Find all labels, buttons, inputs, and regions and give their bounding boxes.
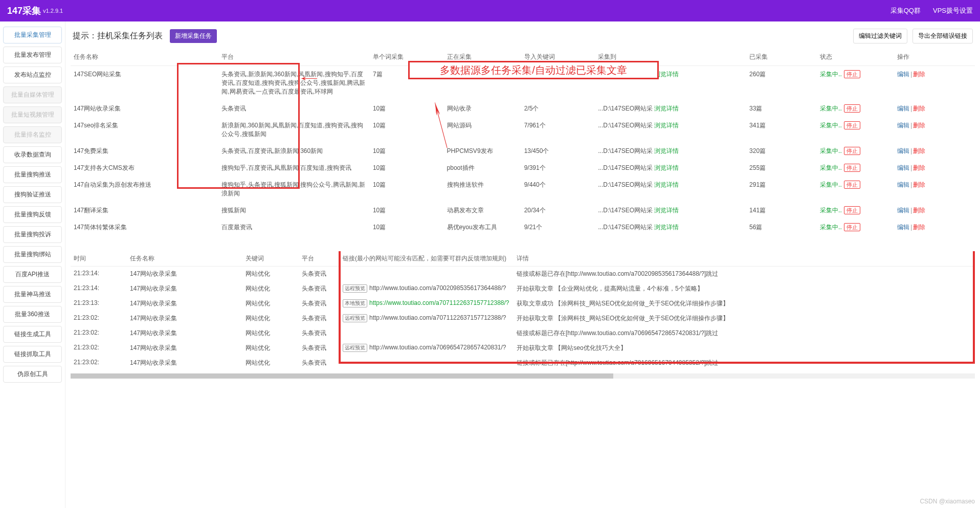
cell-to: ...D:\147SEO网站采 浏览详情 [595, 100, 746, 117]
app-title: 147采集 [7, 5, 41, 17]
log-kw: 网站优化 [242, 356, 299, 370]
sidebar-item-7[interactable]: 批量搜狗推送 [3, 166, 62, 183]
cell-platform: 新浪新闻,360新闻,凤凰新闻,百度知道,搜狗资讯,搜狗公众号,搜狐新闻 [218, 117, 370, 143]
new-task-button[interactable]: 新增采集任务 [170, 29, 217, 43]
sidebar-item-6[interactable]: 收录数据查询 [3, 146, 62, 163]
browse-link[interactable]: 浏览详情 [654, 164, 679, 171]
delete-link[interactable]: 删除 [913, 71, 925, 78]
vps-settings-link[interactable]: VPS拨号设置 [933, 6, 973, 15]
edit-link[interactable]: 编辑 [897, 147, 909, 154]
app-version: v1.2.9.1 [43, 8, 63, 14]
log-url[interactable]: http://www.toutiao.com/a7069654728657420… [369, 344, 506, 351]
delete-link[interactable]: 删除 [913, 224, 925, 231]
delete-link[interactable]: 删除 [913, 164, 925, 171]
col-op: 操作 [894, 49, 975, 66]
log-link: 远程预览http://www.toutiao.com/a707112263715… [340, 311, 514, 326]
stop-button[interactable]: 停止 [844, 147, 860, 155]
lcol-kw: 关键词 [242, 251, 299, 267]
edit-link[interactable]: 编辑 [897, 105, 909, 112]
sidebar-item-14[interactable]: 批量360推送 [3, 306, 62, 323]
log-detail: 开始获取文章 【网站seo优化技巧大全】 [514, 341, 975, 356]
browse-link[interactable]: 浏览详情 [654, 181, 679, 188]
log-detail: 获取文章成功 【涂网科技_网站SEO优化如何做_关于SEO优化详细操作步骤】 [514, 296, 975, 311]
log-url[interactable]: https://www.toutiao.com/a707112263715771… [369, 299, 509, 306]
browse-link[interactable]: 浏览详情 [654, 105, 679, 112]
sidebar-item-12[interactable]: 百度API推送 [3, 266, 62, 283]
col-kw: 导入关键词 [521, 49, 595, 66]
delete-link[interactable]: 删除 [913, 181, 925, 188]
cell-kw: 7/968个 [521, 66, 595, 101]
delete-link[interactable]: 删除 [913, 105, 925, 112]
delete-link[interactable]: 删除 [913, 207, 925, 214]
log-kw: 网站优化 [242, 281, 299, 296]
cell-platform: 头条资讯,百度资讯,新浪新闻,360新闻 [218, 143, 370, 160]
horizontal-scrollbar[interactable] [71, 373, 975, 379]
sidebar-item-10[interactable]: 批量搜狗投诉 [3, 226, 62, 243]
edit-link[interactable]: 编辑 [897, 224, 909, 231]
stop-button[interactable]: 停止 [844, 70, 860, 78]
delete-link[interactable]: 删除 [913, 147, 925, 154]
cell-status: 采集中..停止 [817, 117, 894, 143]
sidebar-item-16[interactable]: 链接抓取工具 [3, 346, 62, 363]
log-url[interactable]: http://www.toutiao.com/a7071122637157712… [369, 314, 506, 321]
cell-status: 采集中..停止 [817, 160, 894, 176]
sidebar-item-2[interactable]: 发布站点监控 [3, 67, 62, 83]
sidebar-item-8[interactable]: 搜狗验证推送 [3, 186, 62, 203]
cell-platform: 头条资讯 [218, 100, 370, 117]
browse-link[interactable]: 浏览详情 [654, 207, 679, 214]
cell-doing: 动易发布文章 [444, 202, 521, 219]
log-row: 21:23:14:147网站收录采集网站优化头条资讯远程预览http://www… [71, 281, 975, 296]
log-plat: 头条资讯 [299, 311, 340, 326]
browse-link[interactable]: 浏览详情 [654, 224, 679, 231]
cell-platform: 搜狐新闻 [218, 202, 370, 219]
cell-kw: 20/34个 [521, 202, 595, 219]
col-count: 已采集 [746, 49, 817, 66]
local-badge: 本地预览 [343, 299, 367, 307]
log-row: 21:23:13:147网站收录采集网站优化头条资讯本地预览https://ww… [71, 296, 975, 311]
sidebar-item-15[interactable]: 链接生成工具 [3, 326, 62, 343]
cell-kw: 13/450个 [521, 143, 595, 160]
cell-count: 141篇 [746, 202, 817, 219]
stop-button[interactable]: 停止 [844, 223, 860, 231]
log-time: 21:23:02: [71, 326, 127, 341]
edit-link[interactable]: 编辑 [897, 181, 909, 188]
stop-button[interactable]: 停止 [844, 206, 860, 214]
sidebar-item-1[interactable]: 批量发布管理 [3, 47, 62, 63]
edit-link[interactable]: 编辑 [897, 122, 909, 129]
stop-button[interactable]: 停止 [844, 121, 860, 129]
status-text: 采集中.. [820, 224, 842, 231]
cell-op: 编辑|删除 [894, 66, 975, 101]
browse-link[interactable]: 浏览详情 [654, 147, 679, 154]
log-link [340, 356, 514, 370]
sidebar-item-0[interactable]: 批量采集管理 [3, 27, 62, 43]
cell-op: 编辑|删除 [894, 176, 975, 202]
cell-status: 采集中..停止 [817, 202, 894, 219]
edit-link[interactable]: 编辑 [897, 164, 909, 171]
delete-link[interactable]: 删除 [913, 122, 925, 129]
edit-filter-button[interactable]: 编辑过滤关键词 [853, 29, 907, 43]
sidebar-item-11[interactable]: 批量搜狗绑站 [3, 246, 62, 263]
edit-link[interactable]: 编辑 [897, 207, 909, 214]
export-errors-button[interactable]: 导出全部错误链接 [912, 29, 973, 43]
log-task: 147网站收录采集 [127, 326, 242, 341]
qq-group-link[interactable]: 采集QQ群 [890, 6, 921, 15]
scrollbar-thumb[interactable] [71, 373, 613, 379]
log-link: 本地预览https://www.toutiao.com/a70711226371… [340, 296, 514, 311]
browse-link[interactable]: 浏览详情 [654, 122, 679, 129]
watermark: CSDN @xiaomaseo [920, 498, 975, 505]
stop-button[interactable]: 停止 [844, 164, 860, 172]
log-detail: 开始获取文章 【涂网科技_网站SEO优化如何做_关于SEO优化详细操作步骤】 [514, 311, 975, 326]
browse-link[interactable]: 浏览详情 [654, 71, 679, 78]
cell-status: 采集中..停止 [817, 219, 894, 236]
edit-link[interactable]: 编辑 [897, 71, 909, 78]
sidebar-item-9[interactable]: 批量搜狗反馈 [3, 206, 62, 223]
cell-op: 编辑|删除 [894, 219, 975, 236]
log-detail: 链接或标题已存在[http://www.toutiao.com/a7069654… [514, 326, 975, 341]
sidebar-item-13[interactable]: 批量神马推送 [3, 286, 62, 303]
cell-doing: 易优eyou发布工具 [444, 219, 521, 236]
stop-button[interactable]: 停止 [844, 104, 860, 113]
cell-platform: 搜狗知乎,百度资讯,凤凰新闻,百度知道,搜狗资讯 [218, 160, 370, 176]
log-url[interactable]: http://www.toutiao.com/a7002098535617364… [369, 284, 506, 292]
sidebar-item-17[interactable]: 伪原创工具 [3, 366, 62, 383]
stop-button[interactable]: 停止 [844, 181, 860, 189]
